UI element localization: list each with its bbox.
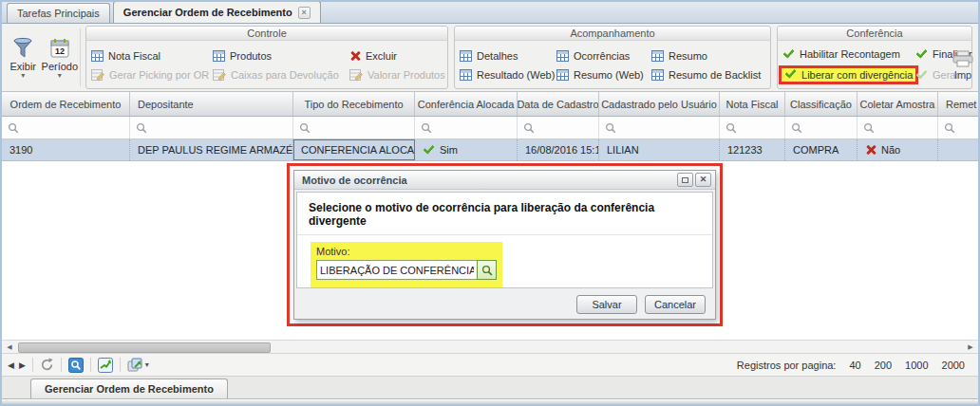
filter-input[interactable] (2, 117, 130, 138)
gerar-picking-por-or-button: Gerar Picking por OR (91, 68, 213, 82)
motivo-input[interactable] (316, 260, 477, 280)
detalhes-button[interactable]: Detalhes (460, 49, 556, 63)
check-icon (782, 49, 795, 60)
ocorrencias-button[interactable]: Ocorrências (556, 49, 651, 63)
imprimir-button[interactable]: Imp (948, 50, 978, 81)
column-header-data-cadastro[interactable]: Data de Cadastro (518, 92, 599, 116)
table-icon (651, 50, 664, 62)
search-icon (791, 122, 802, 134)
column-header-coletar-amostra[interactable]: Coletar Amostra (858, 92, 938, 116)
cell-tipo-recebimento[interactable]: CONFERENCIA ALOCADA (293, 139, 415, 160)
resumo-button[interactable]: Resumo (651, 49, 765, 63)
resultado-web-button[interactable]: Resultado (Web) (460, 68, 556, 82)
search-icon (863, 122, 875, 134)
edit-table-icon (213, 69, 226, 81)
motivo-highlight-block: Motivo: (311, 242, 502, 287)
toolbar-group-conferencia: Conferência Habilitar Recontagem Finaliz… (777, 26, 972, 89)
column-header-remetente[interactable]: Remet (938, 92, 978, 116)
check-icon (423, 145, 435, 156)
table-icon (651, 69, 664, 81)
table-row[interactable]: 3190 DEP PAULUS REGIME ARMAZÉM G.. CONFE… (2, 139, 978, 161)
refresh-icon (40, 358, 54, 372)
filter-input[interactable] (785, 117, 858, 138)
scroll-left-arrow-icon[interactable]: ◀ (3, 341, 16, 353)
filter-input[interactable] (130, 117, 293, 138)
salvar-button[interactable]: Salvar (576, 295, 637, 314)
check-icon (915, 49, 928, 60)
filter-input[interactable] (938, 117, 978, 138)
annotation-highlight-box: Liberar com divergência (779, 65, 918, 84)
refresh-button[interactable] (40, 358, 54, 372)
table-icon (460, 69, 472, 81)
status-bar (2, 399, 978, 404)
filter-input[interactable] (415, 117, 518, 138)
tab-gerenciar-ordem-recebimento[interactable]: Gerenciar Ordem de Recebimento × (113, 1, 321, 23)
export-button[interactable]: ▾ (127, 358, 149, 373)
search-button[interactable] (68, 358, 84, 373)
search-icon (726, 122, 737, 134)
registros-label: Registros por pagina: (737, 360, 837, 371)
column-header-cadastrado-usuario[interactable]: Cadastrado pelo Usuário (599, 92, 720, 116)
liberar-com-divergencia-button[interactable]: Liberar com divergência (784, 68, 913, 82)
periodo-button[interactable]: 12 Período ▾ (42, 26, 79, 89)
cell-ordem: 3190 (2, 139, 130, 160)
table-icon (213, 50, 225, 62)
column-header-classificacao[interactable]: Classificação (785, 92, 858, 116)
scrollbar-thumb[interactable] (18, 342, 271, 353)
cell-depositante: DEP PAULUS REGIME ARMAZÉM G.. (130, 139, 293, 160)
filter-funnel-icon (11, 37, 34, 60)
filter-input[interactable] (858, 117, 938, 138)
horizontal-scrollbar[interactable]: ◀ ▶ (2, 340, 978, 354)
close-icon[interactable]: × (298, 7, 311, 19)
filter-input[interactable] (518, 117, 599, 138)
resumo-web-button[interactable]: Resumo (Web) (556, 68, 651, 82)
tab-tarefas-principais[interactable]: Tarefas Principais (7, 3, 110, 23)
column-header-nota-fiscal[interactable]: Nota Fiscal (720, 92, 785, 116)
search-icon (136, 122, 147, 134)
dialog-titlebar[interactable]: Motivo de ocorrência ✕ (294, 171, 715, 190)
search-icon (523, 122, 535, 134)
check-icon (915, 70, 928, 81)
produtos-button[interactable]: Produtos (213, 49, 349, 63)
scroll-right-arrow-icon[interactable]: ▶ (964, 341, 977, 353)
cell-data-cadastro: 16/08/2016 15:12 (518, 139, 599, 160)
habilitar-recontagem-button[interactable]: Habilitar Recontagem (782, 47, 915, 61)
page-size-1000[interactable]: 1000 (905, 360, 928, 371)
column-header-tipo-recebimento[interactable]: Tipo do Recebimento (293, 92, 415, 116)
button-label: Valorar Produtos (368, 68, 445, 82)
cell-text: Sim (440, 144, 458, 156)
motivo-ocorrencia-dialog: Motivo de ocorrência ✕ Selecione o motiv… (293, 170, 716, 320)
chevron-down-icon: ▾ (21, 73, 25, 79)
nota-fiscal-button[interactable]: Nota Fiscal (91, 49, 213, 63)
column-header-conferencia-alocada[interactable]: Conferência Alocada (415, 92, 518, 116)
bottom-tab-gerenciar-ordem[interactable]: Gerenciar Ordem de Recebimento (30, 378, 228, 398)
printer-icon (952, 50, 973, 67)
filter-input[interactable] (720, 117, 785, 138)
registros-por-pagina: Registros por pagina: 40 200 1000 2000 (737, 360, 972, 371)
app-window: Tarefas Principais Gerenciar Ordem de Re… (0, 0, 980, 406)
close-button[interactable]: ✕ (695, 173, 711, 187)
periodo-label: Período (42, 61, 79, 72)
maximize-button[interactable] (677, 173, 693, 187)
excluir-button[interactable]: Excluir (349, 49, 443, 63)
top-tab-bar: Tarefas Principais Gerenciar Ordem de Re… (2, 2, 978, 24)
table-icon (460, 50, 472, 62)
column-header-depositante[interactable]: Depositante (130, 92, 293, 116)
filter-input[interactable] (293, 117, 415, 138)
group-title: Conferência (778, 27, 971, 41)
chart-button[interactable] (98, 358, 113, 373)
page-size-2000[interactable]: 2000 (942, 360, 965, 371)
filter-input[interactable] (599, 117, 720, 138)
page-size-200[interactable]: 200 (875, 360, 892, 371)
edit-table-icon (349, 69, 363, 81)
exibir-button[interactable]: Exibir ▾ (5, 26, 42, 89)
cancelar-button[interactable]: Cancelar (645, 295, 706, 314)
lookup-button[interactable] (477, 260, 497, 280)
page-next-button[interactable]: ▶ (19, 360, 26, 370)
page-prev-button[interactable]: ◀ (8, 360, 14, 370)
resumo-de-backlist-button[interactable]: Resumo de Backlist (651, 68, 765, 82)
check-icon (784, 69, 797, 80)
tab-label: Gerenciar Ordem de Recebimento (123, 3, 292, 22)
page-size-40[interactable]: 40 (849, 360, 860, 371)
column-header-ordem[interactable]: Ordem de Recebimento (2, 92, 130, 116)
